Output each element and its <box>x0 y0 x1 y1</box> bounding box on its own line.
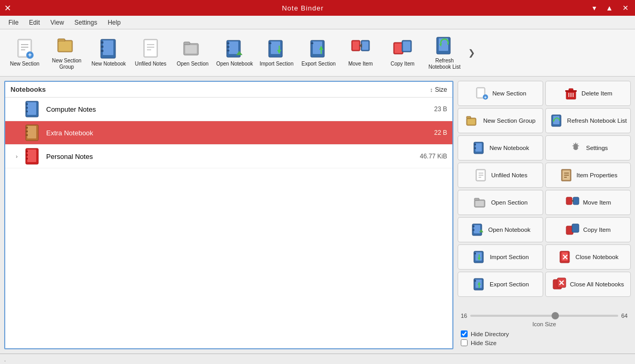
svg-rect-105 <box>472 226 474 227</box>
svg-rect-99 <box>475 201 484 206</box>
right-close-all-notebooks-icon <box>552 277 567 292</box>
expand-arrow: › <box>16 153 22 159</box>
toolbar-open-notebook[interactable]: Open Notebook <box>214 32 255 74</box>
right-settings-label: Settings <box>586 144 608 152</box>
slider-min-label: 16 <box>461 313 467 319</box>
toolbar-copy-item[interactable]: Copy Item <box>382 32 423 74</box>
notebook-size: 23 B <box>410 105 447 113</box>
notebook-row[interactable]: Extra Notebook 22 B <box>5 121 452 145</box>
right-open-notebook-label: Open Notebook <box>488 226 531 234</box>
svg-rect-84 <box>474 144 476 145</box>
toolbar-new-section[interactable]: + New Section <box>4 32 45 74</box>
right-close-all-notebooks-button[interactable]: Close All Notebooks <box>545 272 631 297</box>
right-refresh-notebook-list-label: Refresh Notebook List <box>567 117 627 125</box>
toolbar-unfiled-notes-label: Unfiled Notes <box>135 61 166 67</box>
menu-edit[interactable]: Edit <box>25 18 44 27</box>
hide-directory-row: Hide Directory <box>458 329 631 338</box>
right-settings-icon <box>568 141 583 155</box>
toolbar-import-section[interactable]: Import Section <box>256 32 297 74</box>
menu-settings[interactable]: Settings <box>70 18 101 27</box>
toolbar-new-notebook-label: New Notebook <box>91 61 126 67</box>
close-button[interactable]: ✕ <box>620 4 631 12</box>
hide-directory-checkbox[interactable] <box>461 330 468 337</box>
right-move-item-button[interactable]: Move Item <box>545 190 631 215</box>
right-close-notebook-button[interactable]: Close Notebook <box>545 244 631 270</box>
title-bar-x-icon[interactable]: ✕ <box>4 3 11 13</box>
right-settings-button[interactable]: Settings <box>545 135 631 160</box>
svg-rect-27 <box>227 50 229 51</box>
open-notebook-icon <box>224 38 245 59</box>
right-open-section-icon <box>473 195 488 210</box>
right-move-item-icon <box>565 195 580 210</box>
toolbar-copy-item-label: Copy Item <box>390 61 415 67</box>
right-refresh-notebook-list-icon <box>549 113 564 128</box>
restore-button[interactable]: ▲ <box>604 4 615 12</box>
slider-row: 16 64 <box>458 311 631 321</box>
app-title: Note Binder <box>282 4 324 12</box>
right-export-section-label: Export Section <box>490 281 529 288</box>
right-open-section-button[interactable]: Open Section <box>458 190 543 215</box>
right-bottom: 16 64 Icon Size Hide Directory Hide Size <box>458 308 631 349</box>
right-copy-item-button[interactable]: Copy Item <box>545 217 631 242</box>
hide-size-row: Hide Size <box>458 338 631 347</box>
move-item-icon <box>350 38 371 59</box>
toolbar-open-section[interactable]: Open Section <box>172 32 213 74</box>
svg-rect-22 <box>185 45 197 53</box>
icon-size-slider[interactable] <box>470 315 618 317</box>
svg-rect-42 <box>362 41 368 50</box>
right-new-section-button[interactable]: + New Section <box>458 81 543 106</box>
right-copy-item-label: Copy Item <box>583 226 610 234</box>
hide-size-label: Hide Size <box>471 340 496 346</box>
slider-thumb[interactable] <box>552 312 559 319</box>
right-export-section-button[interactable]: Export Section <box>458 272 543 297</box>
sort-icon[interactable]: ↕ <box>430 87 433 93</box>
notebook-icon-red <box>24 148 41 165</box>
toolbar: + New Section New Section Group New Note… <box>0 29 635 77</box>
toolbar-unfiled-notes[interactable]: Unfiled Notes <box>130 32 171 74</box>
right-unfiled-notes-button[interactable]: Unfiled Notes <box>458 163 543 188</box>
notebooks-header: Notebooks ↕ Size <box>5 82 452 98</box>
right-open-notebook-button[interactable]: Open Notebook <box>458 217 543 242</box>
svg-text:+: + <box>484 95 487 100</box>
title-bar-left: ✕ <box>4 3 15 13</box>
toolbar-new-section-label: New Section <box>10 61 39 67</box>
notebook-icon-blue <box>24 101 41 117</box>
right-close-notebook-icon <box>558 250 573 264</box>
svg-rect-53 <box>26 103 28 105</box>
right-item-properties-button[interactable]: Item Properties <box>545 163 631 188</box>
right-import-section-button[interactable]: Import Section <box>458 244 543 270</box>
notebook-row[interactable]: Computer Notes 23 B <box>5 98 452 121</box>
export-section-icon <box>308 38 329 59</box>
right-delete-item-button[interactable]: Delete Item <box>545 81 631 106</box>
unfiled-notes-icon <box>140 38 161 59</box>
hide-size-checkbox[interactable] <box>461 339 468 346</box>
toolbar-scroll-right[interactable]: ❯ <box>468 48 475 58</box>
menu-bar: File Edit View Settings Help <box>0 16 635 29</box>
notebook-row[interactable]: › Personal Notes 46.77 KiB <box>5 145 452 168</box>
toolbar-export-section[interactable]: Export Section <box>298 32 339 74</box>
refresh-notebook-list-icon <box>434 35 455 56</box>
svg-rect-8 <box>58 39 65 41</box>
right-refresh-notebook-list-button[interactable]: Refresh Notebook List <box>545 108 631 133</box>
toolbar-refresh-notebook-list-label: Refresh Notebook List <box>426 58 463 70</box>
minimize-button[interactable]: ▾ <box>590 4 598 12</box>
toolbar-new-notebook[interactable]: New Notebook <box>88 32 129 74</box>
menu-help[interactable]: Help <box>103 18 125 27</box>
main-area: Notebooks ↕ Size Computer Notes 2 <box>0 77 635 354</box>
svg-rect-72 <box>565 90 577 92</box>
new-notebook-icon <box>98 38 119 59</box>
right-new-section-group-button[interactable]: New Section Group <box>458 108 543 133</box>
new-section-group-icon <box>56 35 77 56</box>
svg-rect-57 <box>27 126 36 138</box>
menu-file[interactable]: File <box>4 18 23 27</box>
menu-view[interactable]: View <box>46 18 68 27</box>
svg-rect-64 <box>26 154 28 156</box>
toolbar-move-item[interactable]: Move Item <box>340 32 381 74</box>
right-btn-row-8: Export Section Close All Notebooks <box>458 272 631 297</box>
open-section-icon <box>182 38 203 59</box>
right-open-section-label: Open Section <box>491 199 528 207</box>
toolbar-new-section-group[interactable]: New Section Group <box>46 32 87 74</box>
right-new-notebook-button[interactable]: New Notebook <box>458 135 543 160</box>
svg-rect-65 <box>26 158 28 159</box>
toolbar-refresh-notebook-list[interactable]: Refresh Notebook List <box>424 32 465 74</box>
